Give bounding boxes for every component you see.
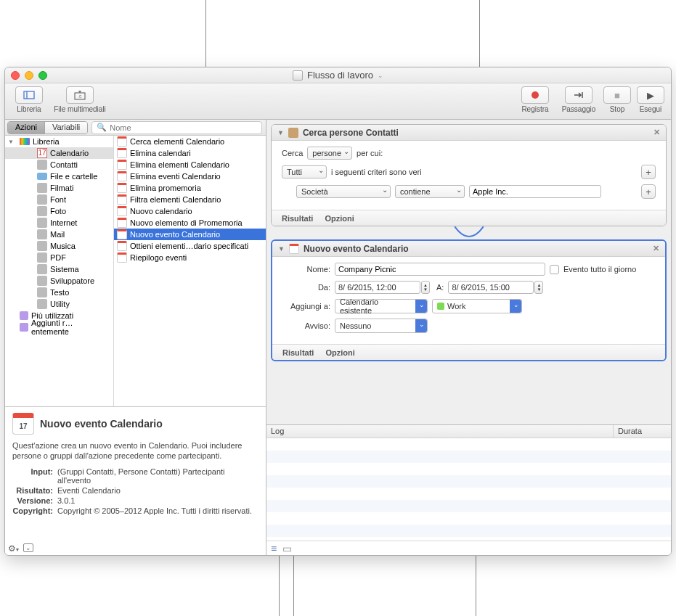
category-item[interactable]: PDF (5, 252, 113, 263)
search-field[interactable]: 🔍 (91, 121, 262, 134)
category-item[interactable]: Musica (5, 240, 113, 252)
info-copyright-label: Copyright: (12, 506, 53, 515)
expand-icon[interactable]: ⌄ (23, 543, 33, 552)
event-name-input[interactable] (335, 263, 545, 276)
category-item[interactable]: Internet (5, 217, 113, 229)
actions-list: Cerca elementi CalendarioElimina calenda… (114, 136, 266, 406)
field-select[interactable]: Società (296, 185, 391, 198)
category-item[interactable]: Filmati (5, 182, 113, 194)
toolbar-step-label: Passaggio (562, 105, 596, 113)
action-list-item[interactable]: Cerca elementi Calendario (114, 136, 266, 147)
toolbar: Libreria ♫ File multimediali Registra Pa… (5, 83, 671, 120)
value-input[interactable] (469, 185, 601, 198)
step-icon (565, 86, 592, 104)
action-list-item[interactable]: Elimina promemoria (114, 182, 266, 194)
toolbar-media-button[interactable]: ♫ File multimediali (52, 86, 108, 113)
action-list-item[interactable]: Nuovo evento Calendario (114, 229, 266, 240)
toolbar-library-label: Libreria (17, 105, 41, 113)
workflow-pane: ▼ Cerca persone Contatti ✕ Cerca persone… (266, 120, 671, 555)
log-view-flow-icon[interactable]: ▭ (282, 543, 292, 554)
title-chevron-icon[interactable]: ⌄ (378, 72, 383, 79)
log-area: Log Durata ≡ ▭ (266, 424, 671, 555)
alarm-label: Avviso: (282, 321, 330, 330)
category-item[interactable]: Aggiunti r…entemente (5, 321, 113, 333)
run-icon: ▶ (637, 86, 664, 104)
info-header: 17 Nuovo evento Calendario (12, 413, 258, 435)
category-item[interactable]: File e cartelle (5, 171, 113, 182)
search-input[interactable] (110, 123, 257, 132)
action-header[interactable]: ▼ Nuovo evento Calendario ✕ (272, 241, 665, 257)
calendar-select[interactable]: Work (432, 299, 522, 313)
options-tab[interactable]: Opzioni (325, 348, 354, 357)
toolbar-right: Registra Passaggio ■ Stop ▶ Esegui (516, 86, 665, 113)
action-list-item[interactable]: Elimina eventi Calendario (114, 171, 266, 182)
whose-label: per cui: (357, 149, 383, 157)
info-result-value: Eventi Calendario (57, 486, 258, 495)
toolbar-step-button[interactable]: Passaggio (559, 86, 598, 113)
close-icon[interactable]: ✕ (653, 128, 660, 137)
log-col-duration[interactable]: Durata (614, 425, 671, 438)
category-item[interactable]: Utility (5, 298, 113, 310)
segment-actions[interactable]: Azioni (8, 122, 45, 134)
category-item[interactable]: ▼Libreria (5, 136, 113, 147)
alarm-select[interactable]: Nessuno (335, 319, 428, 333)
category-item[interactable]: Testo (5, 287, 113, 298)
gear-icon[interactable]: ⚙︎▾ (8, 543, 19, 554)
action-list-item[interactable]: Nuovo elemento di Promemoria (114, 217, 266, 229)
category-item[interactable]: Foto (5, 205, 113, 217)
action-title: Nuovo evento Calendario (304, 244, 409, 254)
action-header[interactable]: ▼ Cerca persone Contatti ✕ (272, 125, 666, 141)
search-icon: 🔍 (97, 123, 107, 132)
log-header: Log Durata (266, 425, 671, 438)
calendar-icon: 17 (12, 413, 34, 435)
scope-select[interactable]: Tutti (282, 165, 327, 178)
log-view-list-icon[interactable]: ≡ (271, 543, 277, 554)
action-list-item[interactable]: Riepilogo eventi (114, 252, 266, 263)
category-item[interactable]: Contatti (5, 159, 113, 171)
addto-select[interactable]: Calendario esistente (335, 299, 428, 313)
from-date-stepper[interactable]: 8/ 6/2015, 12:00▲▼ (335, 281, 420, 294)
toolbar-library-button[interactable]: Libreria (11, 86, 47, 113)
action-list-item[interactable]: Ottieni elementi…dario specificati (114, 240, 266, 252)
action-list-item[interactable]: Nuovo calendario (114, 205, 266, 217)
to-date-stepper[interactable]: 8/ 6/2015, 15:00▲▼ (448, 281, 534, 294)
toolbar-stop-button[interactable]: ■ Stop (603, 86, 632, 113)
log-col-log[interactable]: Log (266, 425, 614, 438)
category-item[interactable]: 17Calendario (5, 147, 113, 159)
add-criterion-button[interactable]: + (641, 165, 656, 179)
category-list: ▼Libreria17CalendarioContattiFile e cart… (5, 136, 114, 406)
disclosure-icon[interactable]: ▼ (278, 245, 285, 252)
segment-variables[interactable]: Variabili (45, 122, 87, 134)
info-description: Quest'azione crea un nuovo evento in Cal… (12, 440, 258, 461)
category-item[interactable]: Font (5, 194, 113, 205)
close-icon[interactable]: ✕ (653, 244, 659, 253)
add-criterion-button[interactable]: + (641, 184, 656, 199)
toolbar-media-label: File multimediali (54, 105, 106, 113)
automator-window: Flusso di lavoro ⌄ Libreria ♫ File multi… (4, 67, 672, 556)
document-icon (293, 70, 303, 81)
segment-control[interactable]: Azioni Variabili (7, 121, 88, 134)
info-title: Nuovo evento Calendario (40, 418, 163, 430)
workflow-canvas[interactable]: ▼ Cerca persone Contatti ✕ Cerca persone… (266, 120, 671, 424)
action-list-item[interactable]: Elimina calendari (114, 147, 266, 159)
disclosure-icon[interactable]: ▼ (277, 129, 284, 136)
toolbar-run-button[interactable]: ▶ Esegui (636, 86, 665, 113)
find-type-select[interactable]: persone (307, 147, 352, 160)
toolbar-stop-label: Stop (610, 105, 625, 113)
toolbar-run-label: Esegui (640, 105, 662, 113)
action-list-item[interactable]: Elimina elementi Calendario (114, 159, 266, 171)
results-tab[interactable]: Risultati (282, 348, 314, 357)
allday-checkbox[interactable] (550, 265, 559, 274)
options-tab[interactable]: Opzioni (325, 214, 354, 223)
allday-label: Evento tutto il giorno (563, 265, 636, 274)
toolbar-record-button[interactable]: Registra (516, 86, 555, 113)
find-label: Cerca (282, 149, 303, 157)
library-icon (15, 86, 43, 104)
action-list-item[interactable]: Filtra elementi Calendario (114, 194, 266, 205)
results-tab[interactable]: Risultati (282, 214, 313, 223)
category-item[interactable]: Sistema (5, 263, 113, 275)
category-item[interactable]: Sviluppatore (5, 275, 113, 287)
category-item[interactable]: Mail (5, 229, 113, 240)
operator-select[interactable]: contiene (395, 185, 465, 198)
scope-after-label: i seguenti criteri sono veri (331, 168, 422, 176)
